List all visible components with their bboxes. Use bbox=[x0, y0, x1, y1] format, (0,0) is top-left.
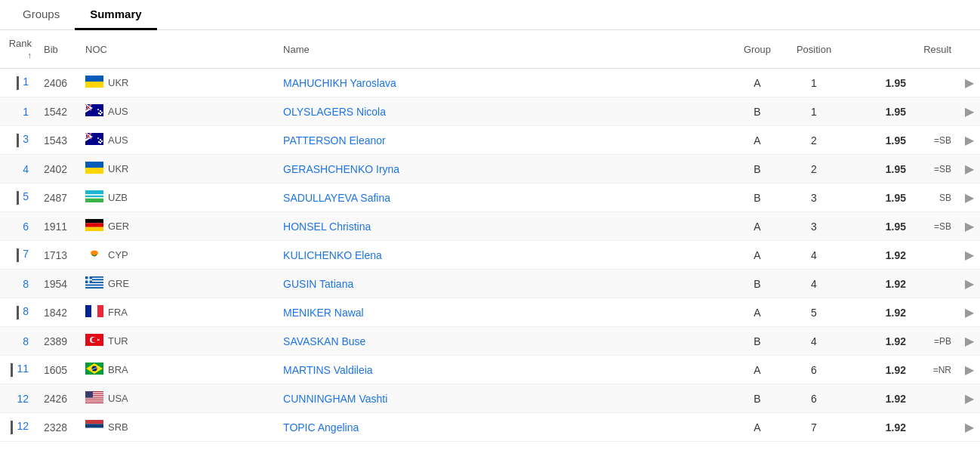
tab-summary[interactable]: Summary bbox=[75, 0, 156, 30]
table-row: 31543 AUSPATTERSON EleanorA21.95=SB▶ bbox=[0, 126, 980, 155]
cell-bib: 1954 bbox=[38, 270, 79, 298]
details-icon[interactable]: ▶ bbox=[965, 220, 974, 233]
details-icon[interactable]: ▶ bbox=[965, 76, 974, 89]
svg-point-35 bbox=[91, 251, 98, 256]
details-icon[interactable]: ▶ bbox=[965, 105, 974, 118]
cell-action[interactable]: ▶ bbox=[957, 356, 980, 384]
cell-action[interactable]: ▶ bbox=[957, 298, 980, 327]
noc-code: UKR bbox=[108, 77, 128, 88]
cell-name[interactable]: GERASHCHENKO Iryna bbox=[277, 155, 731, 184]
cell-name[interactable]: SADULLAYEVA Safina bbox=[277, 184, 731, 212]
cell-bib: 1911 bbox=[38, 212, 79, 241]
rank-bar bbox=[11, 363, 13, 377]
svg-rect-25 bbox=[85, 168, 103, 174]
cell-name[interactable]: PATTERSON Eleanor bbox=[277, 126, 731, 155]
flag-icon bbox=[85, 248, 103, 262]
noc-code: TUR bbox=[108, 335, 128, 347]
table-row: 81954 GREGUSIN TatianaB41.92▶ bbox=[0, 270, 980, 298]
cell-note bbox=[912, 241, 957, 270]
col-action bbox=[957, 30, 980, 69]
cell-position: 5 bbox=[784, 298, 844, 327]
cell-position: 2 bbox=[784, 126, 844, 155]
noc-code: AUS bbox=[108, 134, 128, 146]
svg-rect-69 bbox=[85, 420, 103, 424]
cell-name[interactable]: KULICHENKO Elena bbox=[277, 241, 731, 270]
noc-code: FRA bbox=[108, 307, 128, 318]
noc-code: SRB bbox=[108, 421, 128, 433]
rank-bar bbox=[17, 248, 19, 262]
cell-note: SB bbox=[912, 184, 957, 212]
cell-name[interactable]: TOPIC Angelina bbox=[277, 413, 731, 442]
details-icon[interactable]: ▶ bbox=[965, 134, 974, 147]
cell-name[interactable]: MENIKER Nawal bbox=[277, 298, 731, 327]
rank-bar bbox=[17, 306, 19, 319]
flag-icon bbox=[85, 162, 103, 176]
details-icon[interactable]: ▶ bbox=[965, 162, 974, 175]
tab-groups[interactable]: Groups bbox=[8, 0, 75, 29]
cell-group: A bbox=[731, 241, 784, 270]
cell-group: A bbox=[731, 356, 784, 384]
sort-icon: ↑ bbox=[28, 51, 32, 60]
table-row: 12406UKRMAHUCHIKH YaroslavaA11.95▶ bbox=[0, 69, 980, 97]
cell-action[interactable]: ▶ bbox=[957, 126, 980, 155]
cell-action[interactable]: ▶ bbox=[957, 241, 980, 270]
cell-action[interactable]: ▶ bbox=[957, 327, 980, 356]
cell-noc: UKR bbox=[79, 69, 277, 97]
noc-code: UZB bbox=[108, 192, 128, 203]
cell-group: A bbox=[731, 212, 784, 241]
cell-result: 1.92 bbox=[844, 384, 912, 413]
cell-name[interactable]: SAVASKAN Buse bbox=[277, 327, 731, 356]
details-icon[interactable]: ▶ bbox=[965, 277, 974, 290]
cell-action[interactable]: ▶ bbox=[957, 270, 980, 298]
svg-point-23 bbox=[97, 137, 99, 139]
details-icon[interactable]: ▶ bbox=[965, 392, 974, 405]
cell-action[interactable]: ▶ bbox=[957, 384, 980, 413]
cell-note bbox=[912, 270, 957, 298]
cell-action[interactable]: ▶ bbox=[957, 184, 980, 212]
cell-rank: 8 bbox=[0, 327, 38, 356]
svg-rect-0 bbox=[85, 76, 103, 82]
svg-rect-43 bbox=[85, 285, 103, 286]
col-position: Position bbox=[784, 30, 844, 69]
cell-action[interactable]: ▶ bbox=[957, 69, 980, 97]
cell-noc: GRE bbox=[79, 270, 277, 298]
details-icon[interactable]: ▶ bbox=[965, 363, 974, 376]
cell-name[interactable]: OLYSLAGERS Nicola bbox=[277, 97, 731, 126]
cell-rank: 12 bbox=[0, 384, 38, 413]
details-icon[interactable]: ▶ bbox=[965, 335, 974, 347]
cell-name[interactable]: HONSEL Christina bbox=[277, 212, 731, 241]
cell-name[interactable]: CUNNINGHAM Vashti bbox=[277, 384, 731, 413]
table-row: 42402UKRGERASHCHENKO IrynaB21.95=SB▶ bbox=[0, 155, 980, 184]
flag-icon bbox=[85, 104, 103, 119]
flag-icon bbox=[85, 276, 103, 291]
cell-result: 1.95 bbox=[844, 184, 912, 212]
cell-result: 1.95 bbox=[844, 69, 912, 97]
cell-action[interactable]: ▶ bbox=[957, 97, 980, 126]
cell-name[interactable]: MARTINS Valdileia bbox=[277, 356, 731, 384]
cell-position: 7 bbox=[784, 413, 844, 442]
cell-note: =SB bbox=[912, 126, 957, 155]
svg-rect-71 bbox=[85, 428, 103, 432]
cell-rank: 7 bbox=[0, 241, 38, 270]
cell-action[interactable]: ▶ bbox=[957, 212, 980, 241]
cell-rank: 12 bbox=[0, 413, 38, 442]
table-row: 11542 AUSOLYSLAGERS NicolaB11.95▶ bbox=[0, 97, 980, 126]
svg-rect-51 bbox=[97, 305, 103, 317]
details-icon[interactable]: ▶ bbox=[965, 248, 974, 261]
noc-code: GER bbox=[108, 221, 129, 232]
cell-position: 1 bbox=[784, 97, 844, 126]
svg-rect-27 bbox=[85, 194, 103, 195]
cell-name[interactable]: MAHUCHIKH Yaroslava bbox=[277, 69, 731, 97]
svg-point-9 bbox=[100, 110, 101, 112]
flag-icon bbox=[85, 334, 103, 348]
cell-bib: 2426 bbox=[38, 384, 79, 413]
details-icon[interactable]: ▶ bbox=[965, 191, 974, 204]
cell-action[interactable]: ▶ bbox=[957, 155, 980, 184]
details-icon[interactable]: ▶ bbox=[965, 306, 974, 319]
svg-rect-66 bbox=[85, 400, 103, 400]
cell-name[interactable]: GUSIN Tatiana bbox=[277, 270, 731, 298]
rank-bar bbox=[11, 421, 13, 434]
svg-rect-32 bbox=[85, 223, 103, 227]
details-icon[interactable]: ▶ bbox=[965, 421, 974, 434]
cell-action[interactable]: ▶ bbox=[957, 413, 980, 442]
